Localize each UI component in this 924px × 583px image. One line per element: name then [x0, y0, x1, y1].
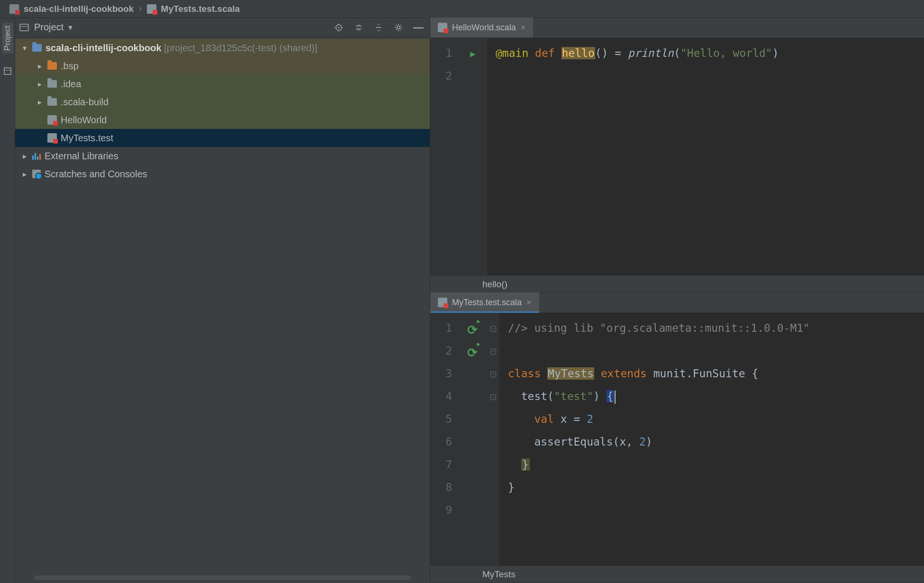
breadcrumb-file[interactable]: MyTests.test.scala	[161, 4, 240, 14]
editor-tabs: HelloWorld.scala ×	[430, 18, 924, 38]
close-icon[interactable]: ×	[521, 23, 526, 33]
project-title[interactable]: Project	[34, 22, 63, 33]
chevron-right-icon[interactable]: ▸	[36, 98, 44, 107]
chevron-right-icon[interactable]: ▸	[21, 170, 28, 179]
scala-file-icon	[147, 4, 156, 14]
tree-idea[interactable]: ▸ .idea	[15, 75, 430, 93]
minimize-icon[interactable]: —	[414, 23, 423, 32]
breadcrumb-editor[interactable]: hello()	[430, 275, 924, 292]
tree-mytests[interactable]: ▸ MyTests.test	[15, 129, 430, 147]
tree-root[interactable]: ▾ scala-cli-intellij-cookbook [project_1…	[15, 39, 430, 57]
code-content[interactable]: //> using lib "org.scalameta::munit::1.0…	[499, 313, 924, 565]
run-gutter[interactable]: ▶	[459, 38, 487, 275]
editor-tabs-2: MyTests.test.scala ×	[430, 293, 924, 313]
editor-area: HelloWorld.scala × 1 2 ▶ @main def hello…	[430, 18, 924, 583]
rail-project-tab[interactable]: Project	[2, 23, 13, 54]
fold-close-icon[interactable]: −	[490, 394, 496, 400]
collapse-all-icon[interactable]	[374, 23, 383, 32]
tab-mytests[interactable]: MyTests.test.scala ×	[430, 292, 539, 312]
svg-point-13	[397, 26, 400, 29]
chevron-right-icon[interactable]: ▸	[36, 62, 44, 71]
fold-close-icon[interactable]: −	[490, 372, 496, 377]
folder-icon	[47, 98, 57, 106]
line-gutter[interactable]: 1 2	[430, 38, 459, 275]
code-editor[interactable]: 1 2 3 4 5 6 7 8 9	[430, 313, 924, 565]
horizontal-scrollbar[interactable]	[34, 575, 411, 580]
folder-icon	[47, 80, 57, 88]
editor-top: HelloWorld.scala × 1 2 ▶ @main def hello…	[430, 18, 924, 293]
code-content[interactable]: @main def hello() = println("Hello, worl…	[487, 38, 924, 275]
fold-open-icon[interactable]: −	[490, 349, 496, 355]
tree-scratches[interactable]: ▸ Scratches and Consoles	[15, 165, 430, 183]
module-folder-icon	[32, 44, 42, 52]
breadcrumb-root[interactable]: scala-cli-intellij-cookbook	[24, 4, 134, 14]
libraries-icon	[32, 152, 41, 160]
tree-external-libs[interactable]: ▸ External Libraries	[15, 147, 430, 165]
svg-rect-2	[20, 24, 28, 31]
scala-file-icon	[438, 298, 447, 307]
scratches-icon	[32, 170, 41, 178]
tree-scala-build[interactable]: ▸ .scala-build	[15, 93, 430, 111]
tool-rail-left: Project	[0, 18, 15, 583]
scala-file-icon	[438, 23, 447, 32]
tab-helloworld[interactable]: HelloWorld.scala ×	[430, 18, 533, 37]
breadcrumb-editor[interactable]: MyTests	[430, 565, 924, 583]
chevron-down-icon[interactable]: ▾	[21, 44, 28, 53]
project-tool-window: Project ▾ — ▾ scala-cli-intellij-cookboo…	[15, 18, 430, 583]
tab-label: HelloWorld.scala	[452, 23, 516, 33]
locate-icon[interactable]	[334, 23, 344, 32]
tree-helloworld[interactable]: ▸ HelloWorld	[15, 111, 430, 129]
line-gutter[interactable]: 1 2 3 4 5 6 7 8 9	[430, 313, 459, 565]
code-editor[interactable]: 1 2 ▶ @main def hello() = println("Hello…	[430, 38, 924, 275]
fold-gutter[interactable]: − − − −	[487, 313, 499, 565]
tree-bsp[interactable]: ▸ .bsp	[15, 57, 430, 75]
svg-point-5	[338, 27, 340, 28]
scala-file-icon	[47, 133, 57, 143]
tab-label: MyTests.test.scala	[452, 298, 522, 308]
run-test-icon[interactable]	[467, 343, 479, 355]
project-view-icon	[19, 22, 29, 33]
svg-rect-0	[4, 68, 11, 74]
chevron-right-icon[interactable]: ▸	[36, 80, 44, 89]
editor-bottom: MyTests.test.scala × 1 2 3 4 5 6 7 8 9	[430, 293, 924, 583]
excluded-folder-icon	[47, 62, 57, 70]
project-tree[interactable]: ▾ scala-cli-intellij-cookbook [project_1…	[15, 37, 430, 583]
chevron-right-icon: ›	[138, 3, 142, 15]
run-gutter[interactable]	[459, 313, 487, 565]
folder-icon	[9, 4, 19, 14]
gear-icon[interactable]	[394, 23, 403, 32]
structure-icon[interactable]	[3, 67, 12, 75]
scala-file-icon	[47, 115, 57, 125]
expand-all-icon[interactable]	[354, 23, 363, 32]
chevron-down-icon[interactable]: ▾	[68, 22, 72, 33]
run-icon[interactable]: ▶	[470, 42, 475, 65]
fold-open-icon[interactable]: −	[490, 326, 496, 332]
project-header: Project ▾ —	[15, 18, 430, 37]
close-icon[interactable]: ×	[526, 298, 532, 308]
breadcrumb-bar: scala-cli-intellij-cookbook › MyTests.te…	[0, 0, 924, 18]
run-test-icon[interactable]	[467, 320, 479, 332]
chevron-right-icon[interactable]: ▸	[21, 152, 28, 161]
